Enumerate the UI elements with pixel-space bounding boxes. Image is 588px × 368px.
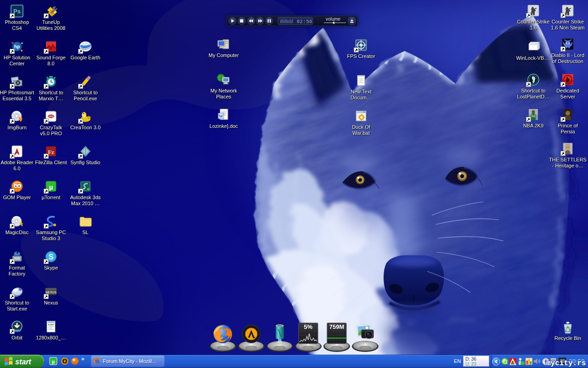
svg-text:hp: hp [14,44,20,49]
svg-text:start: start [15,358,31,366]
svg-text:Fz: Fz [48,149,54,155]
svg-text:volume: volume [326,17,341,22]
svg-text:02:56: 02:56 [297,19,312,24]
svg-text:W: W [219,114,223,119]
svg-text:NEXUS: NEXUS [45,291,57,294]
svg-text:»: » [81,356,85,362]
svg-text:µ: µ [52,359,55,364]
svg-text:759M: 759M [329,323,345,330]
svg-text:S: S [49,253,54,261]
svg-text:µ: µ [49,183,53,191]
svg-text:5%: 5% [304,323,313,330]
